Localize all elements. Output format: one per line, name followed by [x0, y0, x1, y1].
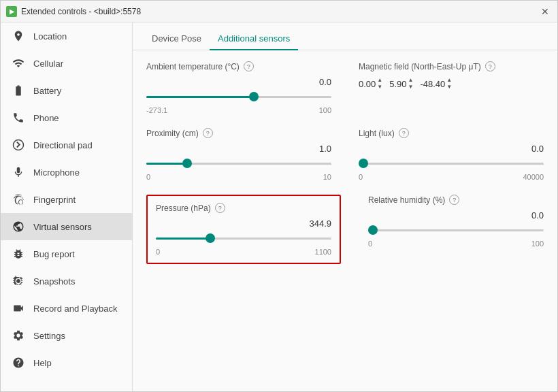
- main-panel: Device Pose Additional sensors Ambient t…: [133, 22, 557, 391]
- magnetic-field-label: Magnetic field (North-East-Up μT): [359, 62, 481, 71]
- mag-e-arrows[interactable]: ▲ ▼: [408, 77, 414, 91]
- light-thumb[interactable]: [359, 159, 368, 168]
- battery-icon: [12, 84, 25, 97]
- sidebar-label-bug-report: Bug report: [33, 249, 75, 259]
- sidebar-item-cellular[interactable]: Cellular: [1, 50, 132, 77]
- mag-n-up[interactable]: ▲: [377, 77, 382, 84]
- magnetic-field-help-icon[interactable]: ?: [485, 61, 495, 71]
- title-bar-left: ▶ Extended controls - <build>:5578: [6, 6, 141, 17]
- sidebar-item-battery[interactable]: Battery: [1, 77, 132, 104]
- mag-e-up[interactable]: ▲: [408, 77, 414, 84]
- sidebar: Location Cellular Battery Phone: [1, 22, 133, 391]
- ambient-temp-track: [146, 96, 331, 98]
- sidebar-label-snapshots: Snapshots: [33, 276, 75, 287]
- humidity-thumb[interactable]: [368, 225, 378, 235]
- proximity-block: Proximity (cm) ? 1.0 0 10: [146, 128, 331, 181]
- sidebar-item-fingerprint[interactable]: Fingerprint: [1, 186, 132, 213]
- content-area: Location Cellular Battery Phone: [1, 22, 557, 391]
- ambient-temp-min: -273.1: [146, 106, 167, 114]
- title-bar: ▶ Extended controls - <build>:5578 ✕: [1, 1, 557, 22]
- sidebar-label-fingerprint: Fingerprint: [33, 195, 76, 205]
- close-button[interactable]: ✕: [538, 5, 552, 18]
- sidebar-item-dpad[interactable]: Directional pad: [1, 131, 132, 159]
- humidity-range: 0 100: [368, 240, 544, 248]
- pressure-help-icon[interactable]: ?: [215, 203, 225, 213]
- app-icon: ▶: [6, 6, 17, 17]
- light-slider[interactable]: [359, 157, 544, 170]
- mag-e-down[interactable]: ▼: [408, 84, 414, 91]
- proximity-fill: [146, 163, 187, 165]
- ambient-temp-fill: [146, 96, 254, 98]
- help-icon: [12, 356, 25, 370]
- phone-icon: [12, 111, 25, 125]
- proximity-thumb[interactable]: [182, 159, 192, 168]
- sidebar-item-bug-report[interactable]: Bug report: [1, 240, 132, 267]
- mag-field-n: 0.00 ▲ ▼: [359, 77, 382, 91]
- ambient-temp-range: -273.1 100: [146, 106, 331, 114]
- humidity-help-icon[interactable]: ?: [449, 195, 459, 205]
- sidebar-item-settings[interactable]: Settings: [1, 322, 132, 349]
- fingerprint-icon: [12, 193, 25, 206]
- light-label: Light (lux): [359, 129, 395, 138]
- pressure-track: [156, 238, 331, 240]
- humidity-slider[interactable]: [368, 223, 544, 237]
- mag-u-down[interactable]: ▼: [446, 84, 452, 91]
- pressure-slider[interactable]: [156, 231, 331, 245]
- mag-n-arrows[interactable]: ▲ ▼: [377, 77, 382, 91]
- window-title: Extended controls - <build>:5578: [21, 7, 141, 16]
- sidebar-label-cellular: Cellular: [33, 59, 63, 69]
- sidebar-label-virtual-sensors: Virtual sensors: [33, 222, 92, 232]
- settings-icon: [12, 329, 25, 342]
- light-label-row: Light (lux) ?: [359, 128, 544, 138]
- sensor-row-1: Ambient temperature (°C) ? 0.0 -273.1: [146, 61, 544, 114]
- light-value: 0.0: [359, 144, 544, 154]
- sidebar-item-phone[interactable]: Phone: [1, 104, 132, 131]
- pressure-label-row: Pressure (hPa) ?: [156, 203, 331, 213]
- proximity-slider[interactable]: [146, 157, 331, 170]
- ambient-temp-block: Ambient temperature (°C) ? 0.0 -273.1: [146, 61, 331, 114]
- light-block: Light (lux) ? 0.0 0 40000: [359, 128, 544, 181]
- proximity-min: 0: [146, 173, 150, 181]
- pressure-thumb[interactable]: [206, 233, 215, 243]
- sidebar-item-record-playback[interactable]: Record and Playback: [1, 295, 132, 322]
- sensors-icon: [12, 220, 25, 233]
- sidebar-label-location: Location: [33, 31, 67, 42]
- mag-u-arrows[interactable]: ▲ ▼: [446, 77, 452, 91]
- sensor-row-3: Pressure (hPa) ? 344.9 0 1100: [146, 195, 544, 264]
- humidity-value: 0.0: [368, 210, 544, 220]
- sidebar-item-help[interactable]: Help: [1, 349, 132, 376]
- ambient-temp-help-icon[interactable]: ?: [244, 61, 254, 71]
- mag-n-down[interactable]: ▼: [377, 84, 382, 91]
- mag-u-value: -48.40: [420, 79, 445, 89]
- pressure-max: 1100: [315, 248, 331, 256]
- pressure-min: 0: [156, 248, 160, 256]
- bug-icon: [12, 247, 25, 261]
- mag-u-up[interactable]: ▲: [446, 77, 452, 84]
- ambient-temp-thumb[interactable]: [249, 92, 259, 101]
- sidebar-label-phone: Phone: [33, 113, 59, 123]
- ambient-temp-value: 0.0: [146, 77, 331, 87]
- dpad-icon: [12, 138, 25, 152]
- light-help-icon[interactable]: ?: [399, 128, 409, 138]
- mag-field-e: 5.90 ▲ ▼: [389, 77, 413, 91]
- proximity-help-icon[interactable]: ?: [203, 128, 213, 138]
- tabs-bar: Device Pose Additional sensors: [133, 22, 557, 50]
- sidebar-label-microphone: Microphone: [33, 167, 80, 178]
- snapshots-icon: [12, 274, 25, 288]
- light-min: 0: [359, 173, 363, 181]
- tab-additional-sensors[interactable]: Additional sensors: [210, 28, 298, 50]
- sidebar-item-microphone[interactable]: Microphone: [1, 159, 132, 186]
- humidity-min: 0: [368, 240, 372, 248]
- sidebar-item-location[interactable]: Location: [1, 22, 132, 50]
- pressure-block: Pressure (hPa) ? 344.9 0 1100: [146, 195, 341, 264]
- tab-device-pose[interactable]: Device Pose: [144, 28, 210, 50]
- proximity-label: Proximity (cm): [146, 129, 199, 138]
- magnetic-field-label-row: Magnetic field (North-East-Up μT) ?: [359, 61, 544, 71]
- ambient-temp-slider[interactable]: [146, 90, 331, 103]
- sidebar-item-virtual-sensors[interactable]: Virtual sensors: [1, 213, 132, 240]
- sidebar-label-battery: Battery: [33, 86, 61, 96]
- location-icon: [12, 29, 25, 43]
- magnetic-field-values: 0.00 ▲ ▼ 5.90 ▲ ▼: [359, 77, 544, 91]
- light-range: 0 40000: [359, 173, 544, 181]
- sidebar-item-snapshots[interactable]: Snapshots: [1, 267, 132, 295]
